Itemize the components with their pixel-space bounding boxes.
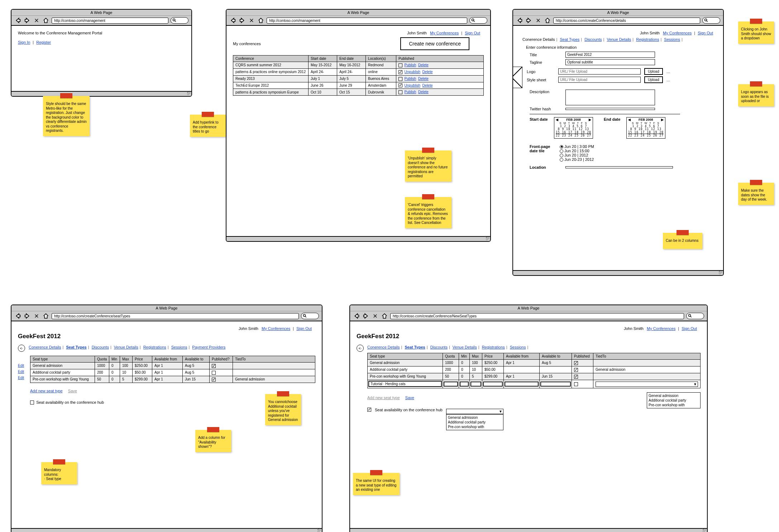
published-checkbox[interactable] <box>398 83 402 87</box>
home-icon[interactable] <box>381 313 388 319</box>
published-checkbox[interactable] <box>212 364 216 368</box>
stop-icon[interactable] <box>372 313 379 319</box>
back-icon[interactable] <box>14 313 21 319</box>
ellipsis-icon[interactable]: … <box>666 70 670 74</box>
stylesheet-upload-input[interactable]: URL/ File Upload <box>558 77 641 83</box>
search-box[interactable] <box>702 17 720 24</box>
home-icon[interactable] <box>42 313 49 319</box>
twitter-input[interactable] <box>565 108 655 110</box>
tab-registrations[interactable]: Registrations <box>482 345 505 349</box>
availability-dropdown-list[interactable]: General admission Additional cocktail pa… <box>446 414 503 430</box>
home-icon[interactable] <box>42 17 49 24</box>
forward-icon[interactable] <box>24 313 31 319</box>
availability-checkbox[interactable] <box>30 401 34 404</box>
add-seat-type-link[interactable]: Add new seat type <box>367 396 400 400</box>
availability-dropdown[interactable]: ▼ <box>446 409 503 414</box>
my-conferences-link[interactable]: My Conferences <box>262 326 290 331</box>
tab-details[interactable]: Conerence Details <box>522 37 555 42</box>
add-seat-type-link[interactable]: Add new seat type <box>30 389 63 393</box>
forward-icon[interactable] <box>525 17 532 24</box>
tab-details[interactable]: Conerence Details <box>367 345 400 349</box>
tab-sessions[interactable]: Sessions <box>510 345 526 349</box>
home-icon[interactable] <box>544 17 551 24</box>
dropdown-option[interactable]: Pre-con workshop with <box>649 403 699 407</box>
save-link[interactable]: Save <box>405 396 414 400</box>
delete-link[interactable]: Delete <box>418 90 429 94</box>
tagline-input[interactable]: Optional subtitle <box>565 59 655 65</box>
tab-seat-types[interactable]: Seat Types <box>560 37 579 42</box>
dropdown-option[interactable]: Pre-con workshop with <box>448 425 502 429</box>
ellipsis-icon[interactable]: … <box>666 78 670 82</box>
published-checkbox[interactable] <box>574 375 578 379</box>
back-icon[interactable] <box>229 17 236 24</box>
edit-link[interactable]: Edit <box>18 370 24 374</box>
url-input[interactable]: http://contoso.com/createConference/seat… <box>52 313 299 319</box>
published-checkbox[interactable] <box>574 361 578 365</box>
upload-stylesheet-button[interactable]: Upload <box>644 76 663 83</box>
dropdown-option[interactable]: General admission <box>649 393 699 398</box>
search-box[interactable] <box>686 313 704 319</box>
forward-icon[interactable] <box>362 313 369 319</box>
delete-link[interactable]: Delete <box>422 70 433 74</box>
radio-date-format[interactable] <box>560 154 563 157</box>
search-box[interactable] <box>469 17 487 24</box>
forward-icon[interactable] <box>239 17 246 24</box>
my-conferences-link[interactable]: My Conferences <box>663 31 692 35</box>
sign-in-link[interactable]: Sign In <box>18 40 30 44</box>
dropdown-option[interactable]: Additional cocktail party <box>448 420 502 425</box>
delete-link[interactable]: Delete <box>422 83 433 87</box>
unpublish-link[interactable]: Unpublish <box>405 70 420 74</box>
tab-venue[interactable]: Venue Details <box>607 37 631 42</box>
tab-seat-types[interactable]: Seat Types <box>66 345 86 349</box>
new-price-input[interactable] <box>483 382 503 387</box>
edit-link[interactable]: Edit <box>18 364 24 368</box>
radio-date-format[interactable] <box>560 149 563 153</box>
tab-sessions[interactable]: Sessions <box>171 345 187 349</box>
user-label[interactable]: John Smith <box>239 326 258 331</box>
upload-logo-button[interactable]: Upload <box>644 68 663 75</box>
delete-link[interactable]: Delete <box>418 63 429 67</box>
tab-discounts[interactable]: Discounts <box>92 345 109 349</box>
new-from-input[interactable] <box>505 382 539 387</box>
location-input[interactable] <box>565 166 673 168</box>
new-seat-name-input[interactable]: Tutorial · Herding cats <box>368 381 442 387</box>
radio-date-format[interactable] <box>560 145 563 149</box>
tab-venue[interactable]: Venue Details <box>114 345 138 349</box>
tied-to-dropdown-list[interactable]: General admission Additional cocktail pa… <box>647 392 701 408</box>
stop-icon[interactable] <box>33 313 40 319</box>
new-quota-input[interactable] <box>444 382 458 387</box>
published-checkbox[interactable] <box>398 70 402 74</box>
tab-payment[interactable]: Payment Providers <box>192 345 225 349</box>
home-icon[interactable] <box>257 17 264 24</box>
logo-upload-input[interactable]: URL/ File Upload <box>558 68 641 75</box>
register-link[interactable]: Register <box>36 40 51 44</box>
publish-link[interactable]: Publish <box>405 77 416 81</box>
tab-registrations[interactable]: Registrations <box>143 345 166 349</box>
publish-link[interactable]: Publish <box>405 90 416 94</box>
published-checkbox[interactable] <box>212 371 216 375</box>
back-icon[interactable] <box>14 17 21 24</box>
publish-link[interactable]: Publish <box>405 63 416 67</box>
tied-to-dropdown[interactable]: ▼ <box>596 382 698 387</box>
tab-sessions[interactable]: Sessions <box>664 37 680 42</box>
user-label[interactable]: John Smith <box>640 31 660 35</box>
create-conference-button[interactable]: Create new conference <box>400 37 469 50</box>
save-link[interactable]: Save <box>68 389 77 393</box>
user-label[interactable]: John Smith <box>624 326 644 331</box>
url-input[interactable]: http://contoso.com/management <box>267 18 467 24</box>
edit-link[interactable]: Edit <box>18 376 24 380</box>
back-circle-icon[interactable]: <· <box>18 345 25 352</box>
published-checkbox[interactable] <box>574 382 578 386</box>
published-checkbox[interactable] <box>398 77 402 81</box>
sign-out-link[interactable]: Sign Out <box>465 31 480 35</box>
tab-venue[interactable]: Venue Details <box>453 345 477 349</box>
url-input[interactable]: http://contoso.com/createConference/NewS… <box>390 313 684 319</box>
sign-out-link[interactable]: Sign Out <box>698 31 713 35</box>
user-label[interactable]: John Smith <box>407 31 427 35</box>
published-checkbox[interactable] <box>574 368 578 372</box>
published-checkbox[interactable] <box>212 378 216 382</box>
published-checkbox[interactable] <box>398 90 402 94</box>
tab-discounts[interactable]: Discounts <box>584 37 602 42</box>
url-input[interactable]: http://contoso.com/createConference/deta… <box>553 18 700 24</box>
new-min-input[interactable] <box>460 382 469 387</box>
